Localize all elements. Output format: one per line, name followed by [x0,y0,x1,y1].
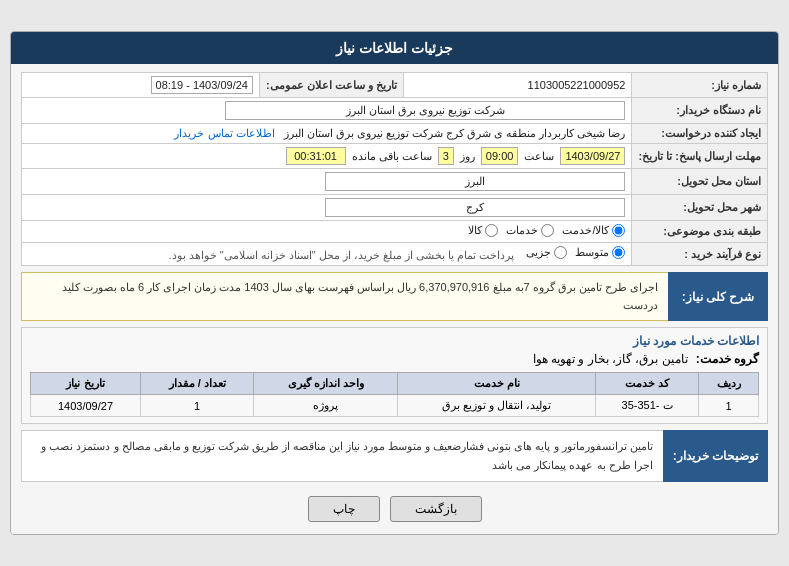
shahr-input: کرج [325,198,625,217]
mohlatErsal-label: مهلت ارسال پاسخ: تا تاریخ: [632,144,768,169]
buttons-row: بازگشت چاپ [21,488,768,526]
mohlatErsal-value: 1403/09/27 ساعت 09:00 روز 3 ساعت باقی ما… [22,144,632,169]
tarikhElan-value: 1403/09/24 - 08:19 [22,73,260,98]
goroheKhadamat-value: تامین برق، گاز، بخار و تهویه هوا [533,352,688,366]
table-row: طبقه بندی موضوعی: کالا/خدمت خدمات [22,221,768,243]
radio-khadamat-input[interactable] [541,224,554,237]
ijadKonande-link[interactable]: اطلاعات تماس خریدار [174,127,274,139]
table-row: نام دستگاه خریدار: شرکت توزیع نیروی برق … [22,98,768,124]
table-cell: پروژه [254,395,398,417]
tarikhElan-input: 1403/09/24 - 08:19 [151,76,253,94]
table-row: شماره نیاز: 1103005221000952 تاریخ و ساع… [22,73,768,98]
table-row: نوع فرآیند خرید : متوسط جزیی پرداخت [22,243,768,266]
tabaqebandi-radio-group: کالا/خدمت خدمات کالا [468,224,625,237]
tabaqebandi-label: طبقه بندی موضوعی: [632,221,768,243]
col-tarikh: تاریخ نیاز [31,373,141,395]
ijadKonande-label: ایجاد کننده درخواست: [632,124,768,144]
bazgasht-button[interactable]: بازگشت [390,496,482,522]
ijadKonande-text: رضا شیخی کاربردار منطقه ی شرق کرج شرکت ت… [284,127,626,139]
namdastgah-input: شرکت توزیع نیروی برق استان البرز [225,101,625,120]
sharchKoli-section: شرح کلی نیاز: اجرای طرح تامین برق گروه 7… [21,272,768,321]
radio-jozii[interactable]: جزیی [526,246,567,259]
ijadKonande-value: رضا شیخی کاربردار منطقه ی شرق کرج شرکت ت… [22,124,632,144]
radio-kalaKhadamat-input[interactable] [612,224,625,237]
page-title: جزئیات اطلاعات نیاز [336,40,453,56]
saat-label: ساعت [524,150,554,163]
radio-kalaKhadamat-label: کالا/خدمت [562,224,609,237]
page-header: جزئیات اطلاعات نیاز [11,32,778,64]
sharchKoli-label: شرح کلی نیاز: [668,272,768,321]
content-area: شماره نیاز: 1103005221000952 تاریخ و ساع… [11,64,778,534]
col-namKhadamat: نام خدمت [398,373,595,395]
radio-jozii-label: جزیی [526,246,551,259]
col-radif: ردیف [699,373,759,395]
shomareNiaz-label: شماره نیاز: [632,73,768,98]
main-container: جزئیات اطلاعات نیاز شماره نیاز: 11030052… [10,31,779,535]
ostan-input: البرز [325,172,625,191]
table-cell: تولید، انتقال و توزیع برق [398,395,595,417]
tabaqebandi-value: کالا/خدمت خدمات کالا [22,221,632,243]
col-kodKhadamat: کد خدمت [595,373,698,395]
noeFarayand-value: متوسط جزیی پرداخت تمام یا بخشی از مبلغ خ… [22,243,632,266]
goroheKhadamat-row: گروه خدمت: تامین برق، گاز، بخار و تهویه … [30,352,759,366]
mohlatErsal-roz: 3 [438,147,454,165]
tozihaat-text: تامین ترانسفورماتور و پایه های بتونی فشا… [21,430,663,481]
table-row: استان محل تحویل: البرز [22,169,768,195]
table-row: شهر محل تحویل: کرج [22,195,768,221]
shahr-value: کرج [22,195,632,221]
namdastgah-value: شرکت توزیع نیروی برق استان البرز [22,98,632,124]
baghi-label: ساعت باقی مانده [352,150,432,163]
chap-button[interactable]: چاپ [308,496,380,522]
shomareNiaz-value: 1103005221000952 [403,73,632,98]
tarikhElan-label: تاریخ و ساعت اعلان عمومی: [259,73,403,98]
radio-khadamat[interactable]: خدمات [506,224,554,237]
noeFarayand-radio-group: متوسط جزیی [526,246,625,259]
services-table: ردیف کد خدمت نام خدمت واحد اندازه گیری ت… [30,372,759,417]
services-section: اطلاعات خدمات مورد نیاز گروه خدمت: تامین… [21,327,768,424]
khadamat-header: اطلاعات خدمات مورد نیاز [30,334,759,348]
roz-label: روز [460,150,475,163]
radio-kala-input[interactable] [485,224,498,237]
tozihaat-section: توضیحات خریدار: تامین ترانسفورماتور و پا… [21,430,768,481]
radio-kalaKhadamat[interactable]: کالا/خدمت [562,224,625,237]
radio-kala-label: کالا [468,224,482,237]
mohlatErsal-row: 1403/09/27 ساعت 09:00 روز 3 ساعت باقی ما… [286,147,626,165]
table-cell: 1 [699,395,759,417]
info-table: شماره نیاز: 1103005221000952 تاریخ و ساع… [21,72,768,266]
radio-kala[interactable]: کالا [468,224,498,237]
sharchKoli-text: اجرای طرح تامین برق گروه 7به مبلغ 6,370,… [21,272,668,321]
table-row: مهلت ارسال پاسخ: تا تاریخ: 1403/09/27 سا… [22,144,768,169]
table-cell: ت -351-35 [595,395,698,417]
ostan-value: البرز [22,169,632,195]
table-cell: 1403/09/27 [31,395,141,417]
goroheKhadamat-label: گروه خدمت: [696,352,759,366]
radio-motavasset-input[interactable] [612,246,625,259]
radio-khadamat-label: خدمات [506,224,538,237]
col-vahed: واحد اندازه گیری [254,373,398,395]
shahr-label: شهر محل تحویل: [632,195,768,221]
radio-motavasset[interactable]: متوسط [575,246,625,259]
mohlatErsal-date: 1403/09/27 [560,147,625,165]
radio-jozii-input[interactable] [554,246,567,259]
table-cell: 1 [141,395,254,417]
services-table-header-row: ردیف کد خدمت نام خدمت واحد اندازه گیری ت… [31,373,759,395]
radio-motavasset-label: متوسط [575,246,609,259]
noeFarayand-tamaol: پرداخت تمام یا بخشی از مبلغ خرید، از محل… [169,249,515,261]
mohlatErsal-baghimande: 00:31:01 [286,147,346,165]
table-row: 1ت -351-35تولید، انتقال و توزیع برقپروژه… [31,395,759,417]
namdastgah-label: نام دستگاه خریدار: [632,98,768,124]
col-tedad: تعداد / مقدار [141,373,254,395]
noeFarayand-label: نوع فرآیند خرید : [632,243,768,266]
table-row: ایجاد کننده درخواست: رضا شیخی کاربردار م… [22,124,768,144]
ostan-label: استان محل تحویل: [632,169,768,195]
mohlatErsal-saat: 09:00 [481,147,519,165]
tozihaat-label: توضیحات خریدار: [663,430,768,481]
